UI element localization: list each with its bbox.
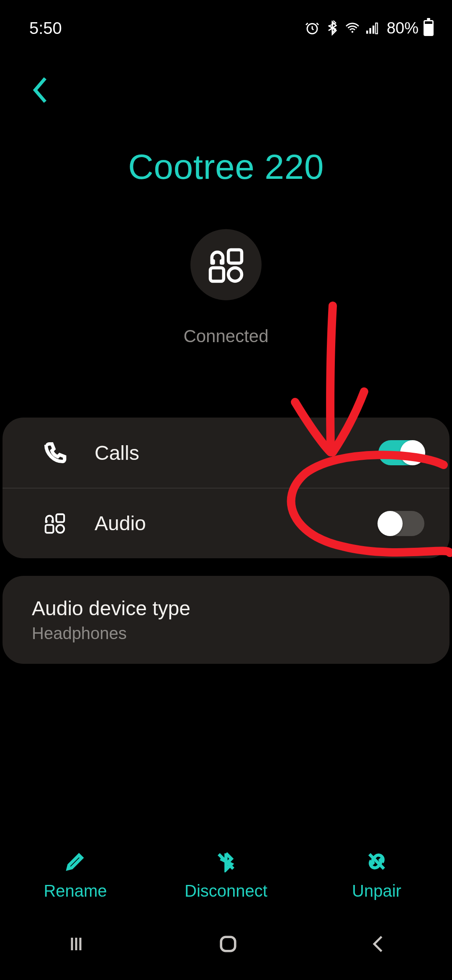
- system-nav-bar: [0, 923, 452, 965]
- signal-icon: [365, 21, 380, 36]
- audio-toggle[interactable]: [378, 511, 424, 536]
- svg-rect-14: [46, 525, 54, 533]
- svg-point-1: [352, 31, 354, 33]
- svg-rect-9: [211, 268, 224, 281]
- battery-percent: 80%: [387, 19, 419, 37]
- recents-button[interactable]: [64, 934, 89, 954]
- status-time: 5:50: [29, 19, 62, 38]
- svg-rect-5: [375, 23, 378, 34]
- svg-rect-16: [221, 937, 235, 951]
- bluetooth-off-icon: [215, 851, 237, 872]
- svg-rect-13: [56, 514, 64, 522]
- audio-label: Audio: [95, 512, 378, 535]
- svg-rect-7: [220, 259, 224, 265]
- chevron-left-icon: [32, 75, 49, 105]
- svg-rect-2: [366, 31, 368, 34]
- audio-device-type-label: Audio device type: [32, 597, 420, 620]
- calls-row[interactable]: Calls: [3, 418, 449, 488]
- disconnect-label: Disconnect: [185, 882, 267, 900]
- status-icons: 80%: [305, 19, 434, 37]
- unpair-button[interactable]: Unpair: [302, 851, 451, 900]
- svg-rect-4: [372, 26, 375, 34]
- device-type-icon: [207, 246, 245, 284]
- audio-device-type-row[interactable]: Audio device type Headphones: [3, 576, 449, 664]
- profiles-card: Calls Audio: [3, 418, 449, 558]
- alarm-icon: [305, 21, 320, 36]
- svg-rect-8: [229, 250, 242, 263]
- audio-row[interactable]: Audio: [3, 488, 449, 558]
- device-title: Cootree 220: [0, 147, 452, 187]
- calls-toggle[interactable]: [378, 440, 424, 465]
- bluetooth-icon: [325, 21, 340, 36]
- svg-rect-3: [369, 28, 371, 34]
- battery-icon: [424, 20, 434, 36]
- svg-rect-12: [51, 520, 54, 523]
- calls-label: Calls: [95, 441, 378, 464]
- audio-device-type-value: Headphones: [32, 624, 420, 643]
- home-button[interactable]: [216, 932, 240, 956]
- status-bar: 5:50 80%: [0, 0, 452, 42]
- svg-rect-11: [45, 520, 48, 523]
- rename-button[interactable]: Rename: [1, 851, 150, 900]
- bottom-actions: Rename Disconnect Unpair: [0, 851, 452, 900]
- media-icon: [43, 512, 67, 535]
- disconnect-button[interactable]: Disconnect: [152, 851, 300, 900]
- unlink-icon: [366, 851, 388, 872]
- unpair-label: Unpair: [352, 882, 401, 900]
- wifi-icon: [345, 21, 360, 36]
- pencil-icon: [64, 851, 86, 872]
- svg-point-10: [229, 268, 242, 281]
- phone-icon: [43, 441, 67, 464]
- svg-point-15: [56, 525, 64, 533]
- device-avatar[interactable]: [190, 229, 262, 300]
- svg-rect-6: [211, 259, 215, 265]
- rename-label: Rename: [44, 882, 107, 900]
- back-button[interactable]: [32, 75, 49, 106]
- connection-status: Connected: [183, 326, 268, 346]
- nav-back-button[interactable]: [367, 934, 388, 954]
